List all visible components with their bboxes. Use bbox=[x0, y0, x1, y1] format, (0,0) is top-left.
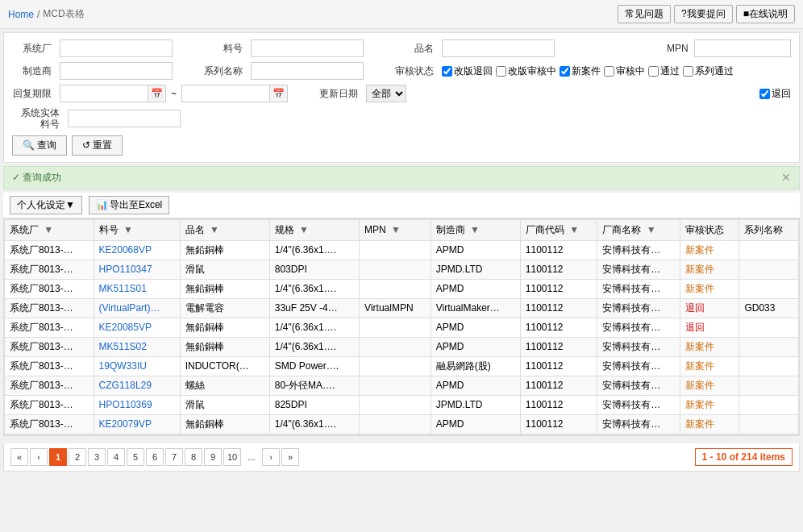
page-7-button[interactable]: 7 bbox=[165, 448, 183, 466]
page-first-button[interactable]: « bbox=[10, 448, 28, 466]
sort-icon-product-name[interactable]: ▼ bbox=[210, 224, 219, 235]
page-3-button[interactable]: 3 bbox=[88, 448, 106, 466]
page-last-button[interactable]: » bbox=[281, 448, 299, 466]
sort-icon-manufacturer[interactable]: ▼ bbox=[470, 224, 480, 235]
input-product-name[interactable] bbox=[442, 39, 555, 57]
input-system-factory[interactable] bbox=[60, 39, 173, 57]
reset-button[interactable]: ↺ 重置 bbox=[72, 135, 123, 156]
table-cell[interactable]: HPO110347 bbox=[94, 260, 180, 279]
table-container: 系统厂 ▼ 料号 ▼ 品名 ▼ 规格 ▼ MPN ▼ 制造商 ▼ 厂商代码 ▼ … bbox=[3, 218, 800, 435]
table-cell: APMD bbox=[431, 414, 520, 434]
export-excel-button[interactable]: 📊 导出至Excel bbox=[89, 196, 169, 214]
cal-icon-end[interactable]: 📅 bbox=[270, 85, 288, 102]
table-row[interactable]: 系统厂8013-…MK511S01無鉛銅棒1/4"(6.36x1….APMD11… bbox=[5, 279, 799, 298]
table-cell: 1100112 bbox=[520, 395, 597, 414]
table-row[interactable]: 系统厂8013-…HPO110347滑鼠803DPIJPMD.LTD110011… bbox=[5, 260, 799, 279]
table-cell: 無鉛銅棒 bbox=[180, 279, 269, 298]
checkbox-series-passed[interactable]: 系列通过 bbox=[683, 64, 734, 78]
label-system-entity: 系统实体料号 bbox=[12, 107, 64, 131]
table-row[interactable]: 系统厂8013-…KE20085VP無鉛銅棒1/4"(6.36x1….APMD1… bbox=[5, 318, 799, 337]
table-cell: 1100112 bbox=[520, 318, 597, 337]
page-8-button[interactable]: 8 bbox=[185, 448, 202, 466]
main-table: 系统厂 ▼ 料号 ▼ 品名 ▼ 规格 ▼ MPN ▼ 制造商 ▼ 厂商代码 ▼ … bbox=[4, 219, 799, 434]
table-cell: 系统厂8013-… bbox=[5, 260, 94, 279]
checkbox-return[interactable]: 退回 bbox=[759, 87, 791, 101]
sort-icon-vendor-name[interactable]: ▼ bbox=[647, 224, 656, 235]
th-mpn: MPN ▼ bbox=[360, 219, 431, 240]
sort-icon-part-no[interactable]: ▼ bbox=[123, 224, 133, 235]
checkbox-revised-reviewing[interactable]: 改版审核中 bbox=[496, 64, 556, 78]
ask-button[interactable]: ?我要提问 bbox=[674, 5, 733, 23]
table-row[interactable]: 系统厂8013-…HPO110369滑鼠825DPIJPMD.LTD110011… bbox=[5, 395, 799, 414]
table-body: 系统厂8013-…KE20068VP無鉛銅棒1/4"(6.36x1….APMD1… bbox=[5, 240, 799, 434]
table-cell: 80-外径MA…. bbox=[269, 376, 359, 395]
page-10-button[interactable]: 10 bbox=[223, 448, 241, 466]
table-cell bbox=[360, 337, 431, 356]
table-cell[interactable]: KE20079VP bbox=[94, 414, 180, 434]
checkbox-passed[interactable]: 通过 bbox=[648, 64, 680, 78]
input-series-name[interactable] bbox=[251, 62, 364, 80]
help-button[interactable]: ■在线说明 bbox=[736, 5, 795, 23]
table-row[interactable]: 系统厂8013-…(VirtualPart)…電解電容33uF 25V -4…V… bbox=[5, 298, 799, 318]
table-cell: 安博科技有… bbox=[597, 298, 680, 318]
table-cell[interactable]: KE20085VP bbox=[94, 318, 180, 337]
table-cell: 系统厂8013-… bbox=[5, 376, 94, 395]
breadcrumb-home[interactable]: Home bbox=[8, 9, 34, 20]
label-update-date: 更新日期 bbox=[318, 87, 363, 101]
excel-icon: 📊 bbox=[96, 199, 108, 210]
faq-button[interactable]: 常见问题 bbox=[618, 5, 671, 23]
page-1-button[interactable]: 1 bbox=[49, 448, 67, 466]
label-product-name: 品名 bbox=[394, 42, 439, 56]
table-cell[interactable]: MK511S02 bbox=[94, 337, 180, 356]
table-cell[interactable]: (VirtualPart)… bbox=[94, 298, 180, 318]
sort-icon-spec[interactable]: ▼ bbox=[299, 224, 309, 235]
table-row[interactable]: 系统厂8013-…MK511S02無鉛銅棒1/4"(6.36x1….APMD11… bbox=[5, 337, 799, 356]
page-prev-button[interactable]: ‹ bbox=[30, 448, 48, 466]
query-button[interactable]: 🔍 查询 bbox=[12, 135, 67, 156]
table-cell bbox=[739, 414, 799, 434]
reply-period-end-input[interactable] bbox=[181, 85, 270, 102]
pagination-bar: « ‹ 1 2 3 4 5 6 7 8 9 10 ... › » 1 - 10 … bbox=[3, 443, 800, 472]
page-5-button[interactable]: 5 bbox=[127, 448, 144, 466]
table-cell[interactable]: HPO110369 bbox=[94, 395, 180, 414]
input-mpn[interactable] bbox=[694, 39, 791, 57]
th-system-factory: 系统厂 ▼ bbox=[5, 219, 94, 240]
table-row[interactable]: 系统厂8013-…KE20079VP無鉛銅棒1/4"(6.36x1….APMD1… bbox=[5, 414, 799, 434]
checkbox-new-case[interactable]: 新案件 bbox=[560, 64, 601, 78]
table-row[interactable]: 系统厂8013-…KE20068VP無鉛銅棒1/4"(6.36x1….APMD1… bbox=[5, 240, 799, 260]
table-cell[interactable]: CZG118L29 bbox=[94, 376, 180, 395]
page-2-button[interactable]: 2 bbox=[69, 448, 86, 466]
table-cell: 1100112 bbox=[520, 414, 597, 434]
breadcrumb-sep1: / bbox=[37, 9, 40, 20]
reply-period-start-input[interactable] bbox=[60, 85, 148, 102]
table-cell: 系统厂8013-… bbox=[5, 356, 94, 376]
table-cell[interactable]: 19QW33IU bbox=[94, 356, 180, 376]
sort-icon-vendor-code[interactable]: ▼ bbox=[569, 224, 579, 235]
close-success-button[interactable]: ✕ bbox=[781, 171, 791, 184]
table-row[interactable]: 系统厂8013-…CZG118L29螺絲80-外径MA….APMD1100112… bbox=[5, 376, 799, 395]
page-9-button[interactable]: 9 bbox=[204, 448, 222, 466]
page-6-button[interactable]: 6 bbox=[146, 448, 164, 466]
table-cell: 新案件 bbox=[680, 279, 739, 298]
page-next-button[interactable]: › bbox=[262, 448, 280, 466]
table-cell: 1100112 bbox=[520, 356, 597, 376]
horizontal-scrollbar[interactable] bbox=[3, 435, 800, 443]
table-cell: APMD bbox=[431, 279, 520, 298]
input-manufacturer[interactable] bbox=[60, 62, 173, 80]
table-cell: 1100112 bbox=[520, 376, 597, 395]
table-cell[interactable]: KE20068VP bbox=[94, 240, 180, 260]
checkbox-revised-return[interactable]: 改版退回 bbox=[442, 64, 493, 78]
personalize-button[interactable]: 个人化设定▼ bbox=[10, 196, 82, 214]
update-date-select[interactable]: 全部 今天 本周 本月 bbox=[366, 85, 406, 102]
sort-icon-system-factory[interactable]: ▼ bbox=[44, 224, 53, 235]
table-row[interactable]: 系统厂8013-…19QW33IUINDUCTOR(…SMD Power….融易… bbox=[5, 356, 799, 376]
table-cell bbox=[360, 376, 431, 395]
table-cell[interactable]: MK511S01 bbox=[94, 279, 180, 298]
input-part-no[interactable] bbox=[251, 39, 364, 57]
checkbox-reviewing[interactable]: 审核中 bbox=[604, 64, 645, 78]
page-4-button[interactable]: 4 bbox=[107, 448, 125, 466]
sort-icon-mpn[interactable]: ▼ bbox=[391, 224, 401, 235]
table-cell: 1100112 bbox=[520, 298, 597, 318]
cal-icon-start[interactable]: 📅 bbox=[148, 85, 166, 102]
input-system-entity[interactable] bbox=[68, 110, 181, 127]
